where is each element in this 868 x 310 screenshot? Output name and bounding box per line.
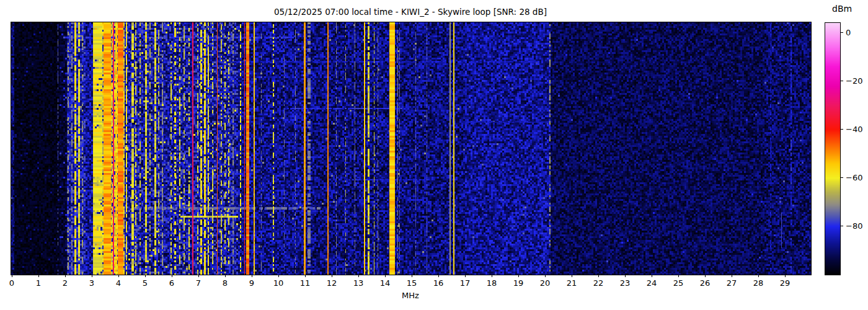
spectrogram-figure: 05/12/2025 07:00 local time - KIWI_2 - S…	[0, 0, 868, 310]
x-tick-mark	[572, 275, 572, 277]
x-tick-mark	[438, 275, 439, 277]
x-tick-label: 25	[673, 278, 684, 288]
x-tick-label: 28	[753, 278, 764, 288]
x-tick-mark	[172, 275, 172, 277]
x-tick-label: 27	[727, 278, 737, 288]
x-tick-mark	[652, 275, 652, 277]
x-tick-mark	[38, 275, 39, 277]
x-tick-label: 20	[540, 278, 551, 288]
colorbar-tick-mark	[841, 81, 843, 81]
colorbar-tick-mark	[841, 32, 843, 33]
x-tick-mark	[705, 275, 706, 277]
colorbar-tick-mark	[841, 226, 843, 226]
colorbar-gradient-canvas	[825, 23, 840, 275]
x-tick-label: 18	[487, 278, 497, 288]
x-tick-mark	[598, 275, 599, 277]
x-tick-mark	[518, 275, 519, 277]
x-tick-label: 0	[9, 278, 14, 288]
x-tick-label: 1	[36, 278, 41, 288]
x-axis-label: MHz	[11, 291, 810, 300]
x-tick-label: 23	[620, 278, 631, 288]
colorbar-tick-mark	[841, 177, 843, 178]
x-tick-label: 22	[593, 278, 604, 288]
x-tick-mark	[545, 275, 546, 277]
x-tick-label: 2	[63, 278, 68, 288]
x-tick-mark	[785, 275, 786, 277]
waterfall-plot-area	[11, 22, 812, 275]
colorbar-tick-label: −40	[846, 124, 862, 133]
x-tick-mark	[678, 275, 679, 277]
x-tick-mark	[12, 275, 12, 277]
x-tick-label: 29	[780, 278, 790, 288]
x-tick-mark	[412, 275, 412, 277]
x-tick-label: 21	[567, 278, 577, 288]
x-tick-label: 6	[169, 278, 174, 288]
x-tick-mark	[145, 275, 146, 277]
x-tick-label: 19	[513, 278, 524, 288]
x-tick-mark	[385, 275, 386, 277]
x-tick-mark	[358, 275, 359, 277]
x-tick-label: 26	[700, 278, 711, 288]
x-tick-label: 16	[433, 278, 444, 288]
x-tick-mark	[758, 275, 759, 277]
waterfall-canvas	[11, 22, 811, 275]
x-tick-mark	[625, 275, 626, 277]
x-tick-mark	[305, 275, 306, 277]
x-tick-label: 4	[116, 278, 121, 288]
x-tick-label: 13	[353, 278, 364, 288]
x-tick-label: 9	[249, 278, 254, 288]
x-tick-label: 12	[327, 278, 337, 288]
colorbar	[825, 22, 841, 275]
x-tick-label: 10	[273, 278, 284, 288]
x-tick-mark	[732, 275, 732, 277]
x-tick-label: 15	[407, 278, 417, 288]
x-tick-mark	[278, 275, 279, 277]
x-tick-label: 3	[89, 278, 94, 288]
x-tick-label: 8	[223, 278, 228, 288]
x-tick-mark	[118, 275, 119, 277]
colorbar-tick-mark	[841, 129, 843, 130]
x-tick-label: 11	[300, 278, 311, 288]
x-tick-mark	[225, 275, 226, 277]
x-tick-mark	[198, 275, 199, 277]
colorbar-tick-label: −80	[846, 221, 862, 230]
x-tick-mark	[252, 275, 252, 277]
x-tick-label: 14	[380, 278, 391, 288]
plot-title: 05/12/2025 07:00 local time - KIWI_2 - S…	[11, 7, 810, 17]
x-tick-label: 7	[196, 278, 201, 288]
x-tick-mark	[92, 275, 92, 277]
colorbar-tick-label: −60	[846, 172, 862, 182]
x-tick-mark	[65, 275, 66, 277]
colorbar-tick-label: 0	[846, 27, 851, 37]
x-tick-mark	[332, 275, 332, 277]
colorbar-tick-label: −20	[846, 76, 862, 85]
x-tick-mark	[492, 275, 492, 277]
colorbar-unit-label: dBm	[832, 4, 852, 14]
x-tick-label: 5	[143, 278, 148, 288]
x-tick-label: 24	[647, 278, 657, 288]
x-tick-label: 17	[460, 278, 471, 288]
x-tick-mark	[465, 275, 466, 277]
